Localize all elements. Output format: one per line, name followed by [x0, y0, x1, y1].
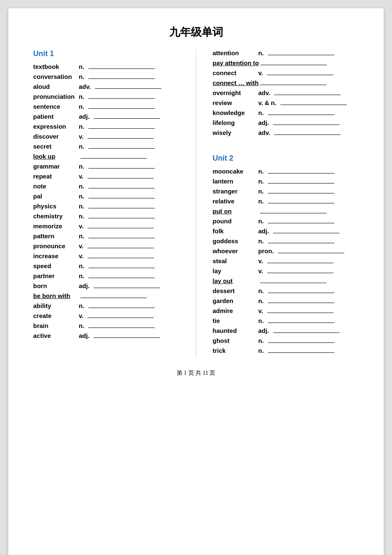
word-blank[interactable]	[94, 118, 160, 119]
word-text: expression	[33, 123, 79, 130]
word-blank[interactable]	[88, 148, 155, 149]
word-blank[interactable]	[88, 98, 155, 99]
word-blank[interactable]	[88, 258, 154, 258]
word-pos: adv.	[258, 89, 270, 96]
word-pos: n.	[79, 322, 84, 329]
word-text: grammar	[33, 163, 79, 170]
word-blank[interactable]	[268, 115, 334, 115]
word-blank[interactable]	[88, 318, 154, 318]
word-text: mooncake	[213, 168, 258, 175]
word-row: admire v.	[213, 307, 359, 314]
word-pos: v.	[258, 267, 263, 274]
word-blank[interactable]	[88, 178, 154, 178]
word-row: haunted adj.	[213, 327, 359, 334]
word-blank[interactable]	[88, 238, 155, 238]
word-row: put on	[213, 208, 359, 215]
word-row: trick n.	[213, 347, 359, 354]
word-text: lantern	[213, 178, 258, 185]
word-blank[interactable]	[88, 68, 155, 69]
word-row: speed n.	[33, 262, 183, 269]
word-text: goddess	[213, 237, 258, 244]
word-blank[interactable]	[267, 263, 334, 263]
word-blank[interactable]	[88, 308, 155, 308]
word-text: chemistry	[33, 213, 79, 220]
word-text: physics	[33, 203, 79, 210]
word-blank[interactable]	[88, 128, 155, 129]
word-blank[interactable]	[88, 198, 155, 198]
word-row: dessert n.	[213, 287, 359, 294]
word-text: discover	[33, 133, 79, 140]
word-text: memorize	[33, 222, 79, 230]
word-blank[interactable]	[88, 108, 155, 109]
word-text: lifelong	[213, 119, 258, 126]
word-blank[interactable]	[260, 213, 326, 213]
word-blank[interactable]	[260, 283, 326, 283]
word-blank[interactable]	[80, 298, 147, 298]
word-blank[interactable]	[268, 223, 334, 223]
word-blank[interactable]	[267, 75, 334, 75]
word-blank[interactable]	[280, 105, 347, 105]
word-blank[interactable]	[88, 328, 155, 328]
word-blank[interactable]	[268, 342, 334, 343]
word-blank[interactable]	[274, 95, 341, 95]
word-blank[interactable]	[88, 228, 154, 228]
word-blank[interactable]	[88, 188, 155, 188]
word-blank[interactable]	[88, 218, 155, 218]
word-blank[interactable]	[260, 85, 326, 85]
word-row: review v. & n.	[213, 99, 359, 106]
word-text: dessert	[213, 287, 258, 294]
word-row: ability n.	[33, 302, 183, 309]
word-blank[interactable]	[268, 303, 334, 303]
word-blank[interactable]	[95, 88, 161, 89]
word-row: steal v.	[213, 257, 359, 264]
word-blank[interactable]	[268, 203, 334, 203]
word-blank[interactable]	[268, 352, 334, 353]
word-text: lay out	[213, 277, 258, 284]
word-text: active	[33, 332, 79, 339]
word-row: lifelong adj.	[213, 119, 359, 126]
word-text: increase	[33, 252, 79, 259]
word-pos: v.	[258, 307, 263, 314]
unit1-word-list: textbook n.conversation n.aloud adv.pron…	[33, 63, 183, 339]
word-blank[interactable]	[268, 323, 334, 323]
word-blank[interactable]	[268, 173, 334, 174]
word-blank[interactable]	[88, 248, 154, 248]
word-pos: adj.	[79, 282, 90, 289]
word-blank[interactable]	[273, 125, 339, 125]
word-row: patient adj.	[33, 113, 183, 120]
word-pos: n.	[79, 183, 84, 190]
word-pos: n.	[79, 203, 84, 210]
word-blank[interactable]	[268, 243, 334, 243]
word-row: pronounce v.	[33, 242, 183, 249]
word-row: folk adj.	[213, 227, 359, 235]
word-blank[interactable]	[88, 78, 155, 79]
word-text: note	[33, 183, 79, 190]
word-blank[interactable]	[268, 55, 334, 55]
word-pos: v.	[79, 133, 83, 140]
word-blank[interactable]	[268, 193, 334, 193]
word-blank[interactable]	[88, 268, 155, 268]
word-blank[interactable]	[88, 208, 155, 208]
word-text: admire	[213, 307, 258, 314]
word-pos: v.	[79, 252, 83, 259]
word-blank[interactable]	[94, 337, 160, 338]
word-blank[interactable]	[273, 333, 339, 333]
word-blank[interactable]	[273, 233, 339, 233]
word-pos: n.	[79, 73, 84, 80]
word-blank[interactable]	[88, 278, 155, 278]
word-blank[interactable]	[268, 183, 334, 183]
word-blank[interactable]	[80, 158, 147, 159]
word-row: note n.	[33, 183, 183, 190]
word-blank[interactable]	[274, 134, 341, 135]
word-blank[interactable]	[268, 293, 334, 293]
word-blank[interactable]	[267, 313, 334, 313]
word-row: goddess n.	[213, 237, 359, 244]
word-blank[interactable]	[267, 273, 334, 273]
left-column: Unit 1 textbook n.conversation n.aloud a…	[33, 49, 196, 357]
word-blank[interactable]	[88, 138, 154, 139]
word-blank[interactable]	[278, 253, 344, 253]
word-blank[interactable]	[88, 168, 155, 169]
word-row: garden n.	[213, 297, 359, 304]
word-blank[interactable]	[261, 65, 327, 65]
word-blank[interactable]	[94, 288, 160, 288]
